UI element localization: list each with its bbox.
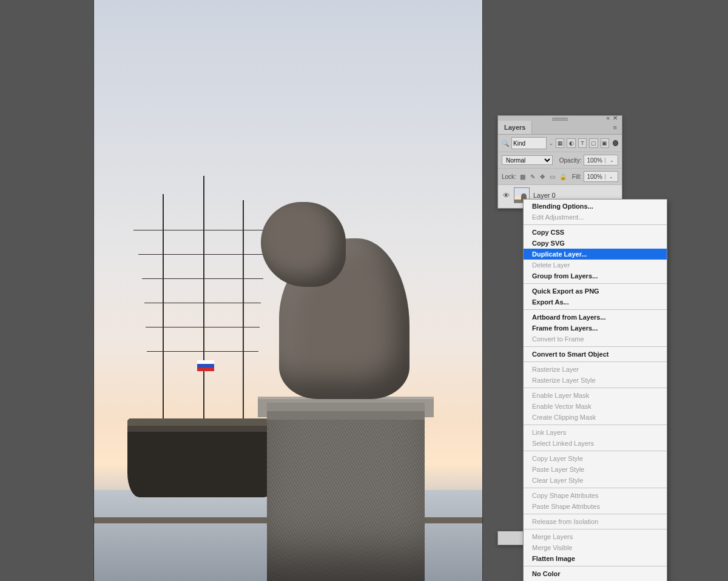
ctx-item: Delete Layer — [524, 260, 667, 270]
lock-row: Lock: ▩ ✎ ✥ ▭ 🔒 Fill: 100%⌄ — [498, 169, 622, 185]
ctx-item[interactable]: Quick Export as PNG — [524, 286, 667, 297]
ctx-separator — [524, 425, 667, 425]
ctx-separator — [524, 488, 667, 488]
ctx-item[interactable]: Blending Options... — [524, 201, 667, 212]
ctx-item: Convert to Frame — [524, 334, 667, 344]
ctx-item[interactable]: Copy CSS — [524, 227, 667, 238]
panel-menu-icon[interactable]: ≡ — [608, 121, 622, 134]
ctx-separator — [524, 361, 667, 362]
ctx-item: Copy Shape Attributes — [524, 490, 667, 501]
ctx-item: Enable Vector Mask — [524, 401, 667, 412]
ctx-separator — [524, 283, 667, 284]
ctx-separator — [524, 451, 667, 451]
layers-panel: « ✕ Layers ≡ 🔍 ⌄ ▦ ◐ T ▢ ▣ Normal Opacit… — [497, 115, 622, 209]
ctx-item: Enable Layer Mask — [524, 390, 667, 401]
ctx-item: Edit Adjustment... — [524, 212, 667, 223]
opacity-label: Opacity: — [559, 157, 582, 164]
kind-filter-input[interactable] — [511, 137, 547, 149]
ctx-item[interactable]: Export As... — [524, 297, 667, 307]
photo-lion-statue — [279, 238, 410, 399]
layer-context-menu: Blending Options...Edit Adjustment...Cop… — [523, 199, 667, 581]
ctx-separator — [524, 388, 667, 388]
lock-all-icon[interactable]: 🔒 — [559, 172, 567, 181]
tab-layers[interactable]: Layers — [498, 121, 532, 134]
filter-type-icon[interactable]: T — [578, 138, 587, 148]
photo-flag — [197, 360, 214, 371]
ctx-item[interactable]: Group from Layers... — [524, 270, 667, 281]
panel-collapse-icon[interactable]: « — [606, 115, 610, 121]
ctx-separator — [524, 346, 667, 347]
lock-transparency-icon[interactable]: ▩ — [519, 172, 526, 181]
ctx-item: Release from Isolation — [524, 516, 667, 527]
ctx-item[interactable]: No Color — [524, 568, 667, 579]
photo-pedestal — [267, 403, 425, 581]
ctx-separator — [524, 529, 667, 529]
lock-label: Lock: — [502, 173, 516, 180]
filter-smart-icon[interactable]: ▣ — [601, 138, 609, 148]
layer-name-label[interactable]: Layer 0 — [533, 192, 556, 199]
ctx-separator — [524, 514, 667, 514]
lock-brush-icon[interactable]: ✎ — [528, 172, 536, 181]
ctx-item[interactable]: Duplicate Layer... — [524, 249, 667, 260]
blend-row: Normal Opacity: 100%⌄ — [498, 152, 622, 169]
panel-close-icon[interactable]: ✕ — [613, 115, 618, 121]
ctx-item: Merge Layers — [524, 531, 667, 542]
ctx-item[interactable]: Convert to Smart Object — [524, 349, 667, 360]
ctx-item: Rasterize Layer Style — [524, 375, 667, 386]
ctx-item: Rasterize Layer — [524, 364, 667, 375]
ctx-item[interactable]: Copy SVG — [524, 238, 667, 249]
lock-artboard-icon[interactable]: ▭ — [548, 172, 556, 181]
fill-input[interactable]: 100%⌄ — [584, 171, 618, 182]
panel-grip[interactable]: « ✕ — [498, 116, 622, 121]
ctx-item[interactable]: Flatten Image — [524, 553, 667, 564]
ctx-item: Copy Layer Style — [524, 453, 667, 464]
ctx-item[interactable]: Artboard from Layers... — [524, 312, 667, 323]
ctx-item: Paste Shape Attributes — [524, 501, 667, 512]
photo-ship — [127, 182, 276, 497]
blend-mode-select[interactable]: Normal — [502, 155, 553, 165]
ctx-separator — [524, 224, 667, 225]
filter-shape-icon[interactable]: ▢ — [589, 138, 598, 148]
opacity-input[interactable]: 100%⌄ — [584, 155, 618, 166]
lock-position-icon[interactable]: ✥ — [539, 172, 546, 181]
ctx-item[interactable]: Frame from Layers... — [524, 323, 667, 334]
ctx-item: Clear Layer Style — [524, 475, 667, 486]
ctx-item: Paste Layer Style — [524, 464, 667, 475]
filter-adjust-icon[interactable]: ◐ — [567, 138, 575, 148]
ctx-item: Link Layers — [524, 427, 667, 438]
filter-toggle-icon[interactable] — [613, 140, 618, 146]
search-icon: 🔍 — [502, 140, 509, 147]
fill-label: Fill: — [572, 173, 582, 180]
filter-row: 🔍 ⌄ ▦ ◐ T ▢ ▣ — [498, 135, 622, 152]
ctx-item: Create Clipping Mask — [524, 412, 667, 423]
ctx-item: Select Linked Layers — [524, 438, 667, 449]
ctx-separator — [524, 309, 667, 310]
visibility-eye-icon[interactable]: 👁 — [502, 192, 510, 199]
ctx-separator — [524, 566, 667, 566]
document-canvas[interactable] — [94, 0, 482, 581]
ctx-item: Merge Visible — [524, 542, 667, 553]
filter-pixel-icon[interactable]: ▦ — [556, 138, 564, 148]
